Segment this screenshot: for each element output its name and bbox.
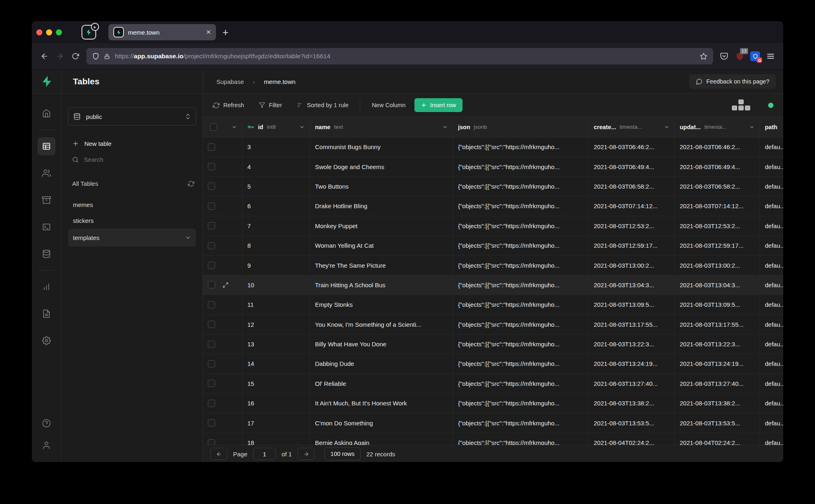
cell-updated-at[interactable]: 2021-08-03T13:04:3... <box>675 275 760 295</box>
table-row-8[interactable]: 8Woman Yelling At Cat{"objects":[{"src":… <box>203 236 783 255</box>
filter-button[interactable]: Filter <box>259 102 282 108</box>
cell-name[interactable]: Ol' Reliable <box>310 374 453 393</box>
zoom-window-button[interactable] <box>56 29 62 35</box>
table-row-5[interactable]: 5Two Buttons{"objects":[{"src":"https://… <box>203 177 783 196</box>
column-header-id[interactable]: idint8 <box>242 117 310 137</box>
row-checkbox[interactable] <box>208 341 215 348</box>
cell-name[interactable]: Two Buttons <box>310 177 453 196</box>
cell-name[interactable]: You Know, I'm Something of a Scienti... <box>310 315 453 334</box>
row-checkbox[interactable] <box>208 143 215 151</box>
cell-name[interactable]: Drake Hotline Bling <box>310 196 453 216</box>
table-row-17[interactable]: 17C'mon Do Something{"objects":[{"src":"… <box>203 413 783 433</box>
table-row-14[interactable]: 14Dabbing Dude{"objects":[{"src":"https:… <box>203 354 783 374</box>
nav-settings-icon[interactable] <box>37 332 55 350</box>
bitwarden-extension-icon[interactable] <box>747 49 763 63</box>
menu-hamburger-icon[interactable] <box>763 49 778 63</box>
nav-storage-icon[interactable] <box>37 191 55 209</box>
cell-updated-at[interactable]: 2021-08-03T12:53:2... <box>675 216 760 235</box>
table-row-12[interactable]: 12You Know, I'm Something of a Scienti..… <box>203 315 783 335</box>
cell-id[interactable]: 18 <box>242 433 310 445</box>
chevron-down-icon[interactable] <box>442 124 448 130</box>
close-window-button[interactable] <box>36 29 42 35</box>
cell-json[interactable]: {"objects":[{"src":"https://mfrkmguho... <box>453 335 589 354</box>
cell-id[interactable]: 7 <box>242 216 310 235</box>
cell-id[interactable]: 9 <box>242 255 310 275</box>
table-item-memes[interactable]: memes <box>68 197 196 213</box>
row-checkbox[interactable] <box>208 281 215 288</box>
row-checkbox[interactable] <box>208 262 215 269</box>
row-checkbox[interactable] <box>208 202 215 210</box>
cell-json[interactable]: {"objects":[{"src":"https://mfrkmguho... <box>453 433 589 445</box>
cell-updated-at[interactable]: 2021-08-03T13:17:55... <box>675 315 760 334</box>
new-table-button[interactable]: New table <box>68 140 196 147</box>
cell-created-at[interactable]: 2021-08-03T12:59:17... <box>589 236 675 255</box>
cell-updated-at[interactable]: 2021-08-03T13:53:5... <box>675 413 760 432</box>
lock-icon[interactable] <box>104 53 110 59</box>
nav-home-icon[interactable] <box>37 104 55 122</box>
cell-name[interactable]: Train Hitting A School Bus <box>310 275 453 295</box>
cell-updated-at[interactable]: 2021-08-03T13:24:19... <box>675 354 760 373</box>
cell-updated-at[interactable]: 2021-08-03T13:22:3... <box>675 335 760 354</box>
cell-path[interactable]: defau... <box>760 433 783 445</box>
cell-id[interactable]: 12 <box>242 315 310 334</box>
new-column-button[interactable]: New Column <box>372 102 405 108</box>
help-icon[interactable] <box>37 414 55 432</box>
cell-json[interactable]: {"objects":[{"src":"https://mfrkmguho... <box>453 157 589 176</box>
cell-path[interactable]: defau... <box>760 236 783 255</box>
cell-updated-at[interactable]: 2021-08-03T13:00:2... <box>675 255 760 275</box>
table-row-11[interactable]: 11Empty Stonks{"objects":[{"src":"https:… <box>203 295 783 315</box>
nav-database-icon[interactable] <box>37 245 55 263</box>
table-item-stickers[interactable]: stickers <box>68 213 196 229</box>
cell-path[interactable]: defau... <box>760 374 783 393</box>
cell-updated-at[interactable]: 2021-08-03T07:14:12... <box>675 196 760 216</box>
bookmark-star-icon[interactable] <box>700 53 707 60</box>
minimize-window-button[interactable] <box>46 29 52 35</box>
cell-updated-at[interactable]: 2021-08-03T06:46:2... <box>675 137 760 156</box>
cell-json[interactable]: {"objects":[{"src":"https://mfrkmguho... <box>453 255 589 275</box>
column-header-updated[interactable]: updat...timesta... <box>675 117 760 137</box>
cell-name[interactable]: Communist Bugs Bunny <box>310 137 453 156</box>
table-row-15[interactable]: 15Ol' Reliable{"objects":[{"src":"https:… <box>203 374 783 394</box>
cell-name[interactable]: Monkey Puppet <box>310 216 453 235</box>
cell-updated-at[interactable]: 2021-08-03T13:38:2... <box>675 394 760 413</box>
insert-row-button[interactable]: Insert row <box>414 98 463 112</box>
cell-id[interactable]: 3 <box>242 137 310 156</box>
cell-created-at[interactable]: 2021-08-04T02:24:2... <box>589 433 675 445</box>
cell-path[interactable]: defau... <box>760 137 783 156</box>
cell-json[interactable]: {"objects":[{"src":"https://mfrkmguho... <box>453 315 589 334</box>
refresh-button[interactable]: Refresh <box>213 102 244 109</box>
row-checkbox[interactable] <box>208 419 215 427</box>
cell-path[interactable]: defau... <box>760 157 783 176</box>
new-tab-button[interactable]: + <box>222 26 229 38</box>
cell-name[interactable]: Woman Yelling At Cat <box>310 236 453 255</box>
cell-name[interactable]: It Ain't Much, But It's Honest Work <box>310 394 453 413</box>
cell-id[interactable]: 15 <box>242 374 310 393</box>
cell-created-at[interactable]: 2021-08-03T12:53:2... <box>589 216 675 235</box>
cell-path[interactable]: defau... <box>760 177 783 196</box>
cell-name[interactable]: Bernie Asking Again <box>310 433 453 445</box>
table-row-13[interactable]: 13Billy What Have You Done{"objects":[{"… <box>203 335 783 354</box>
table-row-4[interactable]: 4Swole Doge and Cheems{"objects":[{"src"… <box>203 157 783 176</box>
row-checkbox[interactable] <box>208 222 215 229</box>
cell-updated-at[interactable]: 2021-08-03T06:58:2... <box>675 177 760 196</box>
cell-json[interactable]: {"objects":[{"src":"https://mfrkmguho... <box>453 196 589 216</box>
row-checkbox[interactable] <box>208 439 215 445</box>
cell-updated-at[interactable]: 2021-08-03T13:27:40... <box>675 374 760 393</box>
cell-name[interactable]: C'mon Do Something <box>310 413 453 432</box>
next-page-button[interactable] <box>297 448 315 460</box>
cell-json[interactable]: {"objects":[{"src":"https://mfrkmguho... <box>453 216 589 235</box>
cell-path[interactable]: defau... <box>760 275 783 295</box>
cell-json[interactable]: {"objects":[{"src":"https://mfrkmguho... <box>453 177 589 196</box>
supabase-logo[interactable] <box>32 70 62 93</box>
feedback-button[interactable]: Feedback on this page? <box>689 74 776 89</box>
keyboard-shortcuts-icon[interactable]: ˆ ‹ ˇ › <box>732 99 750 111</box>
cell-path[interactable]: defau... <box>760 335 783 354</box>
row-checkbox[interactable] <box>208 301 215 308</box>
row-checkbox[interactable] <box>208 360 215 368</box>
table-row-6[interactable]: 6Drake Hotline Bling{"objects":[{"src":"… <box>203 196 783 216</box>
cell-name[interactable]: Dabbing Dude <box>310 354 453 373</box>
rows-per-page-button[interactable]: 100 rows <box>324 447 361 460</box>
cell-created-at[interactable]: 2021-08-03T06:46:2... <box>589 137 675 156</box>
cell-name[interactable]: They're The Same Picture <box>310 255 453 275</box>
cell-json[interactable]: {"objects":[{"src":"https://mfrkmguho... <box>453 137 589 156</box>
